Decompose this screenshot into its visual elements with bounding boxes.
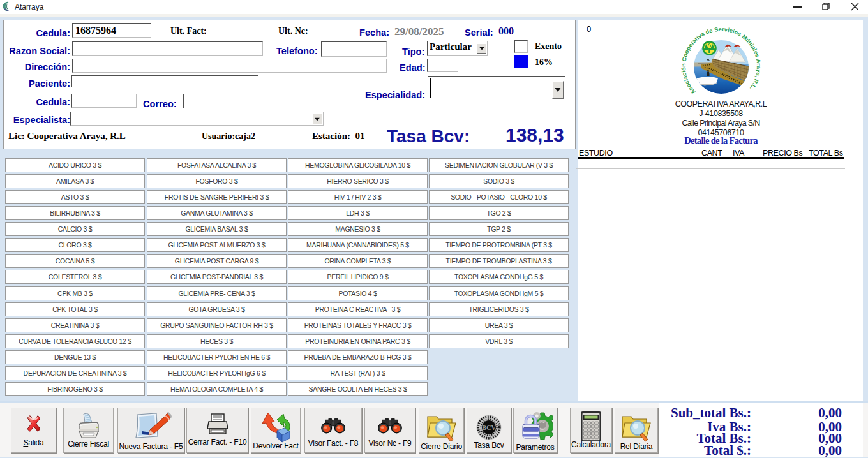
- svg-text:BCV: BCV: [482, 424, 497, 431]
